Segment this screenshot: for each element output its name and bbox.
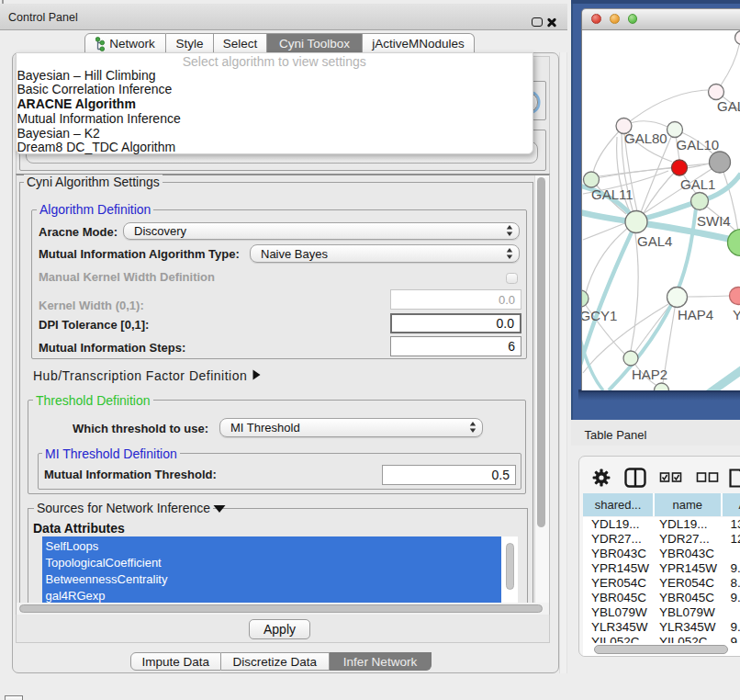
svg-text:HAP4: HAP4 [678,307,713,322]
svg-text:GAL11: GAL11 [591,186,633,202]
svg-text:GAL80: GAL80 [624,130,667,145]
svg-text:GAL1: GAL1 [680,176,715,192]
svg-text:GAL2: GAL2 [717,98,740,114]
svg-text:HAP2: HAP2 [632,367,667,382]
svg-text:GAL4: GAL4 [637,232,672,248]
svg-text:GCY1: GCY1 [582,308,617,323]
svg-text:GAL10: GAL10 [677,136,720,152]
svg-text:YBR: YBR [733,307,740,322]
svg-text:SWI4: SWI4 [697,212,731,228]
